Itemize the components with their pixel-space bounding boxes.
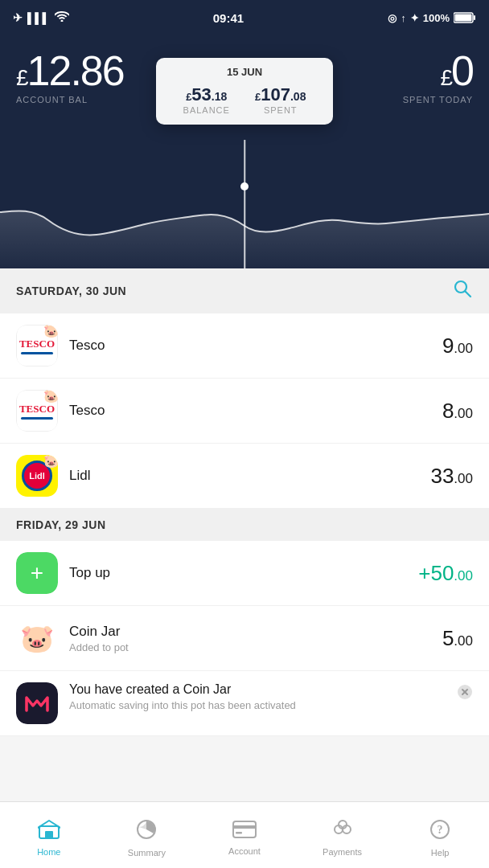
chart-tooltip: 15 JUN £53.18 BALANCE £107.08 SPENT	[156, 58, 333, 125]
help-icon: ?	[429, 819, 450, 845]
tesco-2-info: Tesco	[69, 403, 442, 419]
svg-line-4	[466, 292, 471, 297]
saturday-date-label: SATURDAY, 30 JUN	[16, 285, 126, 297]
topup-name: Top up	[69, 565, 418, 581]
tesco-2-name: Tesco	[69, 403, 442, 419]
account-label: ACCOUNT BAL	[16, 95, 124, 104]
tooltip-spent-whole: 107	[261, 84, 290, 104]
pig-badge-1: 🐷	[43, 325, 58, 338]
nav-item-account[interactable]: Account	[195, 802, 294, 868]
tooltip-balance: £53.18 BALANCE	[183, 84, 230, 115]
spent-today-label: SPENT TODAY	[403, 95, 473, 104]
home-label: Home	[37, 847, 60, 857]
airplane-icon: ✈	[13, 11, 23, 24]
bluetooth-icon: ✦	[410, 12, 419, 24]
status-time: 09:41	[213, 11, 244, 25]
notification-sub: Automatic saving into this pot has been …	[69, 699, 449, 711]
spent-whole: 0	[451, 47, 473, 94]
balance-whole: 12	[27, 47, 71, 94]
search-button[interactable]	[452, 278, 473, 304]
tooltip-spent-decimal: .08	[290, 90, 306, 103]
topup-amount: +50.00	[418, 561, 473, 586]
tooltip-spent: £107.08 SPENT	[255, 84, 306, 115]
tesco-logo-2: TESCO 🐷	[16, 390, 58, 432]
coinjar-name: Coin Jar	[69, 624, 442, 640]
home-icon	[38, 820, 60, 844]
coinjar-icon-el: 🐷	[16, 617, 58, 659]
signal-icon: ▌▌▌	[27, 12, 50, 24]
status-right: ◎ ↑ ✦ 100%	[388, 12, 476, 24]
svg-rect-9	[45, 831, 53, 838]
svg-rect-13	[236, 832, 242, 834]
transactions-list: SATURDAY, 30 JUN TESCO 🐷 Tesco 9.00 TE	[0, 268, 489, 736]
spent-currency: £	[441, 65, 452, 90]
account-balance-amount: £12.86	[16, 47, 124, 95]
tooltip-balance-label: BALANCE	[183, 105, 230, 115]
nav-item-summary[interactable]: Summary	[98, 802, 196, 868]
notification-coinjar-created[interactable]: You have created a Coin Jar Automatic sa…	[0, 671, 489, 736]
tooltip-dot	[240, 182, 249, 190]
tesco-1-info: Tesco	[69, 338, 442, 354]
status-left: ✈ ▌▌▌	[13, 11, 69, 24]
section-header-saturday: SATURDAY, 30 JUN	[0, 268, 489, 313]
notification-info: You have created a Coin Jar Automatic sa…	[69, 682, 449, 711]
svg-rect-2	[474, 15, 475, 20]
tooltip-spent-amount: £107.08	[255, 84, 306, 105]
tesco-logo-1: TESCO 🐷	[16, 325, 58, 366]
friday-date-label: FRIDAY, 29 JUN	[16, 518, 106, 531]
tooltip-bal-decimal: .18	[212, 90, 227, 103]
nav-item-help[interactable]: ? Help	[391, 802, 489, 868]
payments-icon	[331, 820, 355, 844]
coinjar-amount: 5.00	[442, 626, 473, 651]
transaction-topup[interactable]: + Top up +50.00	[0, 541, 489, 606]
transaction-tesco-2[interactable]: TESCO 🐷 Tesco 8.00	[0, 379, 489, 444]
summary-icon	[136, 819, 157, 845]
header-chart-area: £12.86 ACCOUNT BAL £0 SPENT TODAY 15 JUN…	[0, 35, 489, 268]
tooltip-values: £53.18 BALANCE £107.08 SPENT	[171, 84, 318, 115]
nav-item-home[interactable]: Home	[0, 802, 98, 868]
notification-close-button[interactable]	[457, 684, 473, 704]
svg-rect-1	[454, 14, 471, 22]
transaction-tesco-1[interactable]: TESCO 🐷 Tesco 9.00	[0, 313, 489, 379]
balance-currency: £	[16, 65, 27, 90]
lidl-name: Lidl	[69, 468, 430, 484]
wifi-icon	[55, 11, 69, 24]
transaction-coinjar[interactable]: 🐷 Coin Jar Added to pot 5.00	[0, 606, 489, 671]
spent-today-section: £0 SPENT TODAY	[403, 47, 473, 104]
help-label: Help	[431, 848, 450, 858]
section-header-friday: FRIDAY, 29 JUN	[0, 509, 489, 541]
svg-text:?: ?	[438, 824, 443, 836]
pig-badge-3: 🐷	[43, 455, 58, 469]
bottom-navigation: Home Summary Account	[0, 801, 489, 868]
lidl-logo: Lidl 🐷	[16, 455, 58, 497]
nav-item-payments[interactable]: Payments	[294, 802, 392, 868]
lidl-info: Lidl	[69, 468, 430, 484]
notification-title: You have created a Coin Jar	[69, 682, 449, 697]
account-icon	[232, 821, 257, 843]
tooltip-bal-whole: 53	[191, 84, 211, 104]
status-bar: ✈ ▌▌▌ 09:41 ◎ ↑ ✦ 100%	[0, 0, 489, 35]
topup-icon: +	[16, 552, 58, 594]
svg-rect-11	[233, 821, 256, 837]
svg-rect-12	[233, 825, 256, 829]
tesco-1-amount: 9.00	[442, 334, 473, 358]
summary-label: Summary	[128, 848, 166, 858]
tesco-2-amount: 8.00	[442, 399, 473, 424]
account-balance-section: £12.86 ACCOUNT BAL	[16, 47, 124, 104]
tooltip-spent-label: SPENT	[255, 105, 306, 115]
coinjar-sub: Added to pot	[69, 641, 442, 653]
account-label: Account	[228, 846, 261, 856]
payments-label: Payments	[323, 847, 362, 857]
tooltip-balance-amount: £53.18	[183, 84, 230, 105]
balance-decimal: .86	[70, 47, 123, 94]
tesco-1-name: Tesco	[69, 338, 442, 354]
pig-badge-2: 🐷	[43, 390, 58, 403]
battery-icon	[454, 12, 476, 23]
spent-today-amount: £0	[403, 47, 473, 95]
tooltip-line	[244, 140, 245, 268]
tooltip-date: 15 JUN	[171, 66, 318, 78]
battery-text: 100%	[423, 12, 450, 24]
transaction-lidl[interactable]: Lidl 🐷 Lidl 33.00	[0, 444, 489, 509]
topup-info: Top up	[69, 565, 418, 581]
arrow-icon: ↑	[401, 12, 406, 24]
